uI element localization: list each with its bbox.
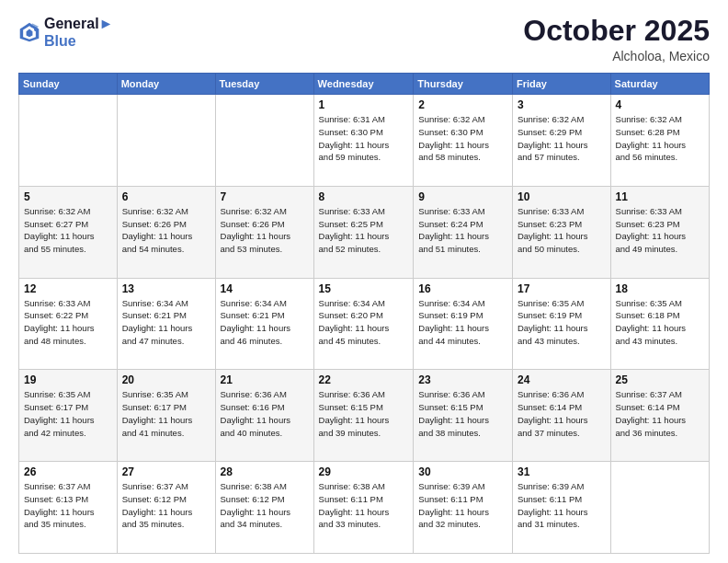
calendar-cell — [610, 462, 709, 554]
day-number: 3 — [518, 98, 606, 111]
calendar-cell — [19, 95, 118, 187]
header-monday: Monday — [117, 74, 215, 95]
day-number: 17 — [518, 282, 606, 295]
calendar-cell — [215, 95, 313, 187]
calendar-cell: 4Sunrise: 6:32 AM Sunset: 6:28 PM Daylig… — [610, 95, 709, 187]
calendar-cell: 10Sunrise: 6:33 AM Sunset: 6:23 PM Dayli… — [512, 186, 610, 278]
day-number: 9 — [418, 190, 507, 203]
calendar-cell: 15Sunrise: 6:34 AM Sunset: 6:20 PM Dayli… — [313, 278, 414, 370]
header-tuesday: Tuesday — [215, 74, 313, 95]
day-info: Sunrise: 6:32 AM Sunset: 6:30 PM Dayligh… — [418, 113, 507, 164]
title-section: October 2025 Alcholoa, Mexico — [523, 15, 710, 63]
day-info: Sunrise: 6:33 AM Sunset: 6:22 PM Dayligh… — [24, 297, 112, 348]
calendar-cell: 22Sunrise: 6:36 AM Sunset: 6:15 PM Dayli… — [313, 370, 414, 462]
calendar-cell — [117, 95, 215, 187]
calendar-cell: 2Sunrise: 6:32 AM Sunset: 6:30 PM Daylig… — [414, 95, 513, 187]
calendar-week-3: 19Sunrise: 6:35 AM Sunset: 6:17 PM Dayli… — [19, 370, 710, 462]
calendar-header: Sunday Monday Tuesday Wednesday Thursday… — [19, 74, 710, 95]
day-info: Sunrise: 6:33 AM Sunset: 6:23 PM Dayligh… — [616, 205, 704, 256]
day-info: Sunrise: 6:32 AM Sunset: 6:27 PM Dayligh… — [24, 205, 112, 256]
page: General► Blue October 2025 Alcholoa, Mex… — [0, 0, 728, 563]
day-info: Sunrise: 6:33 AM Sunset: 6:25 PM Dayligh… — [319, 205, 409, 256]
day-number: 4 — [616, 98, 704, 111]
month-title: October 2025 — [523, 15, 710, 47]
calendar-cell: 27Sunrise: 6:37 AM Sunset: 6:12 PM Dayli… — [117, 462, 215, 554]
day-number: 24 — [518, 373, 606, 386]
header-friday: Friday — [512, 74, 610, 95]
calendar-cell: 9Sunrise: 6:33 AM Sunset: 6:24 PM Daylig… — [414, 186, 513, 278]
day-number: 31 — [518, 465, 606, 478]
calendar-cell: 19Sunrise: 6:35 AM Sunset: 6:17 PM Dayli… — [19, 370, 118, 462]
calendar-table: Sunday Monday Tuesday Wednesday Thursday… — [18, 73, 710, 554]
day-info: Sunrise: 6:35 AM Sunset: 6:19 PM Dayligh… — [518, 297, 606, 348]
day-info: Sunrise: 6:35 AM Sunset: 6:17 PM Dayligh… — [24, 388, 112, 439]
day-number: 27 — [122, 465, 210, 478]
day-info: Sunrise: 6:32 AM Sunset: 6:28 PM Dayligh… — [616, 113, 704, 164]
day-number: 2 — [418, 98, 507, 111]
calendar-week-0: 1Sunrise: 6:31 AM Sunset: 6:30 PM Daylig… — [19, 95, 710, 187]
calendar-cell: 17Sunrise: 6:35 AM Sunset: 6:19 PM Dayli… — [512, 278, 610, 370]
day-number: 30 — [418, 465, 507, 478]
calendar-cell: 21Sunrise: 6:36 AM Sunset: 6:16 PM Dayli… — [215, 370, 313, 462]
header-thursday: Thursday — [414, 74, 513, 95]
day-info: Sunrise: 6:34 AM Sunset: 6:19 PM Dayligh… — [418, 297, 507, 348]
day-number: 8 — [319, 190, 409, 203]
day-info: Sunrise: 6:34 AM Sunset: 6:21 PM Dayligh… — [122, 297, 210, 348]
day-info: Sunrise: 6:32 AM Sunset: 6:26 PM Dayligh… — [221, 205, 309, 256]
day-number: 15 — [319, 282, 409, 295]
day-number: 6 — [122, 190, 210, 203]
header-wednesday: Wednesday — [313, 74, 414, 95]
calendar-cell: 28Sunrise: 6:38 AM Sunset: 6:12 PM Dayli… — [215, 462, 313, 554]
calendar-cell: 7Sunrise: 6:32 AM Sunset: 6:26 PM Daylig… — [215, 186, 313, 278]
day-info: Sunrise: 6:38 AM Sunset: 6:12 PM Dayligh… — [221, 480, 309, 531]
header-sunday: Sunday — [19, 74, 118, 95]
calendar-cell: 8Sunrise: 6:33 AM Sunset: 6:25 PM Daylig… — [313, 186, 414, 278]
day-number: 5 — [24, 190, 112, 203]
day-info: Sunrise: 6:36 AM Sunset: 6:15 PM Dayligh… — [319, 388, 409, 439]
day-info: Sunrise: 6:37 AM Sunset: 6:13 PM Dayligh… — [24, 480, 112, 531]
day-number: 25 — [616, 373, 704, 386]
calendar-cell: 14Sunrise: 6:34 AM Sunset: 6:21 PM Dayli… — [215, 278, 313, 370]
day-number: 7 — [221, 190, 309, 203]
day-info: Sunrise: 6:37 AM Sunset: 6:12 PM Dayligh… — [122, 480, 210, 531]
location: Alcholoa, Mexico — [523, 49, 710, 63]
calendar-cell: 26Sunrise: 6:37 AM Sunset: 6:13 PM Dayli… — [19, 462, 118, 554]
day-number: 20 — [122, 373, 210, 386]
day-info: Sunrise: 6:31 AM Sunset: 6:30 PM Dayligh… — [319, 113, 409, 164]
calendar-cell: 29Sunrise: 6:38 AM Sunset: 6:11 PM Dayli… — [313, 462, 414, 554]
calendar-cell: 1Sunrise: 6:31 AM Sunset: 6:30 PM Daylig… — [313, 95, 414, 187]
day-info: Sunrise: 6:37 AM Sunset: 6:14 PM Dayligh… — [616, 388, 704, 439]
day-info: Sunrise: 6:34 AM Sunset: 6:21 PM Dayligh… — [221, 297, 309, 348]
calendar-cell: 5Sunrise: 6:32 AM Sunset: 6:27 PM Daylig… — [19, 186, 118, 278]
calendar-cell: 13Sunrise: 6:34 AM Sunset: 6:21 PM Dayli… — [117, 278, 215, 370]
day-info: Sunrise: 6:38 AM Sunset: 6:11 PM Dayligh… — [319, 480, 409, 531]
day-number: 13 — [122, 282, 210, 295]
day-info: Sunrise: 6:32 AM Sunset: 6:29 PM Dayligh… — [518, 113, 606, 164]
calendar-cell: 31Sunrise: 6:39 AM Sunset: 6:11 PM Dayli… — [512, 462, 610, 554]
header: General► Blue October 2025 Alcholoa, Mex… — [18, 15, 710, 63]
day-number: 12 — [24, 282, 112, 295]
logo: General► Blue — [18, 15, 113, 50]
day-info: Sunrise: 6:39 AM Sunset: 6:11 PM Dayligh… — [418, 480, 507, 531]
day-info: Sunrise: 6:32 AM Sunset: 6:26 PM Dayligh… — [122, 205, 210, 256]
day-info: Sunrise: 6:36 AM Sunset: 6:16 PM Dayligh… — [221, 388, 309, 439]
calendar-cell: 6Sunrise: 6:32 AM Sunset: 6:26 PM Daylig… — [117, 186, 215, 278]
calendar-cell: 16Sunrise: 6:34 AM Sunset: 6:19 PM Dayli… — [414, 278, 513, 370]
day-number: 18 — [616, 282, 704, 295]
day-info: Sunrise: 6:34 AM Sunset: 6:20 PM Dayligh… — [319, 297, 409, 348]
day-info: Sunrise: 6:33 AM Sunset: 6:23 PM Dayligh… — [518, 205, 606, 256]
calendar-week-1: 5Sunrise: 6:32 AM Sunset: 6:27 PM Daylig… — [19, 186, 710, 278]
day-number: 21 — [221, 373, 309, 386]
calendar-cell: 12Sunrise: 6:33 AM Sunset: 6:22 PM Dayli… — [19, 278, 118, 370]
day-info: Sunrise: 6:35 AM Sunset: 6:17 PM Dayligh… — [122, 388, 210, 439]
day-number: 23 — [418, 373, 507, 386]
day-info: Sunrise: 6:36 AM Sunset: 6:15 PM Dayligh… — [418, 388, 507, 439]
weekday-row: Sunday Monday Tuesday Wednesday Thursday… — [19, 74, 710, 95]
calendar-week-4: 26Sunrise: 6:37 AM Sunset: 6:13 PM Dayli… — [19, 462, 710, 554]
calendar-week-2: 12Sunrise: 6:33 AM Sunset: 6:22 PM Dayli… — [19, 278, 710, 370]
day-number: 28 — [221, 465, 309, 478]
day-number: 26 — [24, 465, 112, 478]
day-number: 1 — [319, 98, 409, 111]
day-info: Sunrise: 6:36 AM Sunset: 6:14 PM Dayligh… — [518, 388, 606, 439]
day-number: 29 — [319, 465, 409, 478]
